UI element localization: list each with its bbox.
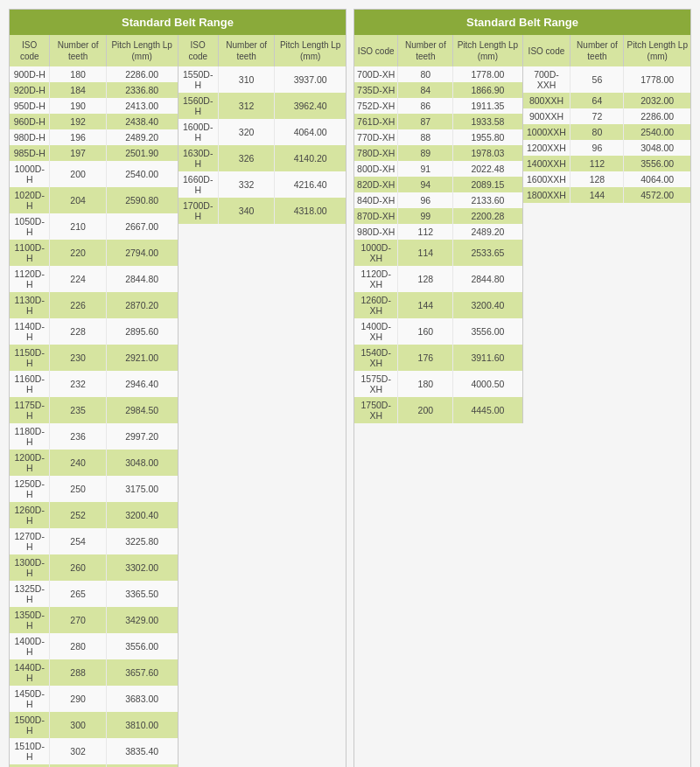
page-wrapper: Standard Belt Range ISO code Number of t…: [9, 9, 691, 767]
teeth-cell: 230: [50, 345, 106, 371]
iso-cell: 1120D-XH: [354, 266, 398, 292]
pitch-cell: 3048.00: [624, 140, 690, 156]
table-row: 1200D-H2403048.00: [10, 450, 178, 476]
teeth-cell: 226: [50, 292, 106, 318]
iso-cell: 1200D-H: [10, 450, 50, 476]
iso-cell: 870D-XH: [354, 208, 398, 224]
table-row: 1000D-XH1142533.65: [354, 240, 522, 266]
pitch-cell: 2336.80: [106, 82, 177, 98]
teeth-cell: 204: [50, 187, 106, 213]
teeth-cell: 228: [50, 318, 106, 345]
teeth-cell: 260: [50, 554, 106, 581]
pitch-cell: 4572.00: [624, 187, 690, 203]
teeth-cell: 196: [50, 129, 106, 145]
table-row: 1510D-H3023835.40: [10, 738, 178, 764]
iso-cell: 1150D-H: [10, 345, 50, 371]
iso-cell: 1020D-H: [10, 187, 50, 213]
iso-cell: 920D-H: [10, 82, 50, 98]
pitch-cell: 2870.20: [106, 292, 177, 318]
table-row: 1550D-H3103937.00: [178, 66, 346, 93]
right-col-header-row1: ISO code Number of teeth Pitch Length Lp…: [354, 35, 522, 66]
left-col1-container: ISO code Number of teeth Pitch Length Lp…: [10, 35, 178, 767]
iso-cell: 700D-XXH: [523, 66, 570, 93]
table-row: 960D-H1922438.40: [10, 114, 178, 129]
pitch-cell: 2489.20: [106, 129, 177, 145]
iso-cell: 800XXH: [523, 93, 570, 108]
teeth-cell: 210: [50, 213, 106, 240]
iso-cell: 1140D-H: [10, 318, 50, 345]
pitch-cell: 2489.20: [453, 224, 522, 240]
teeth-cell: 254: [50, 528, 106, 554]
teeth-cell: 184: [50, 82, 106, 98]
iso-cell: 1630D-H: [178, 145, 219, 171]
table-row: 900D-H1802286.00: [10, 66, 178, 82]
teeth-cell: 180: [398, 371, 453, 397]
teeth-cell: 64: [570, 93, 624, 108]
table-row: 1250D-H2503175.00: [10, 476, 178, 502]
teeth-cell: 300: [50, 712, 106, 738]
iso-cell: 985D-H: [10, 145, 50, 161]
pitch-cell: 3683.00: [106, 686, 177, 712]
teeth-cell: 236: [50, 423, 106, 450]
iso-cell: 1130D-H: [10, 292, 50, 318]
iso-col-header: ISO code: [10, 35, 50, 66]
table-row: 1160D-H2322946.40: [10, 371, 178, 397]
table-row: 1500D-H3003810.00: [10, 712, 178, 738]
left-col2-table: ISO code Number of teeth Pitch Length Lp…: [178, 35, 346, 224]
teeth-cell: 87: [398, 114, 453, 129]
r2-iso-col-header: ISO code: [523, 35, 570, 66]
table-row: 1600D-H3204064.00: [178, 119, 346, 145]
table-row: 800D-XH912022.48: [354, 161, 522, 177]
r-iso-col-header: ISO code: [354, 35, 398, 66]
table-row: 1560D-H3123962.40: [178, 93, 346, 119]
table-row: 752D-XH861911.35: [354, 98, 522, 114]
table-row: 1600XXH1284064.00: [523, 171, 691, 187]
table-row: 761D-XH871933.58: [354, 114, 522, 129]
teeth-cell: 302: [50, 738, 106, 764]
table-row: 1180D-H2362997.20: [10, 423, 178, 450]
table-row: 700D-XXH561778.00: [523, 66, 691, 93]
iso-cell: 820D-XH: [354, 177, 398, 192]
teeth-cell: 320: [218, 119, 274, 145]
table-row: 1000D-H2002540.00: [10, 161, 178, 187]
iso-cell: 735D-XH: [354, 82, 398, 98]
table-row: 1175D-H2352984.50: [10, 397, 178, 423]
table-row: 980D-XH1122489.20: [354, 224, 522, 240]
teeth-cell: 235: [50, 397, 106, 423]
pitch-cell: 3429.00: [106, 607, 177, 633]
table-row: 1800XXH1444572.00: [523, 187, 691, 203]
pitch-cell: 2590.80: [106, 187, 177, 213]
iso-cell: 1575D-XH: [354, 371, 398, 397]
pitch-cell: 2200.28: [453, 208, 522, 224]
table-row: 1540D-XH1763911.60: [354, 345, 522, 371]
iso-cell: 960D-H: [10, 114, 50, 129]
pitch-cell: 1955.80: [453, 129, 522, 145]
table-row: 770D-XH881955.80: [354, 129, 522, 145]
table-row: 950D-H1902413.00: [10, 98, 178, 114]
iso-cell: 1000D-XH: [354, 240, 398, 266]
table-row: 1575D-XH1804000.50: [354, 371, 522, 397]
table-row: 1325D-H2653365.50: [10, 581, 178, 607]
table-row: 1630D-H3264140.20: [178, 145, 346, 171]
iso-cell: 761D-XH: [354, 114, 398, 129]
iso-cell: 1200XXH: [523, 140, 570, 156]
pitch-cell: 2921.00: [106, 345, 177, 371]
col-header-row2: ISO code Number of teeth Pitch Length Lp…: [178, 35, 346, 66]
table-row: 1260D-XH1443200.40: [354, 292, 522, 318]
teeth-cell: 99: [398, 208, 453, 224]
pitch-cell: 3962.40: [275, 93, 346, 119]
table-row: 920D-H1842336.80: [10, 82, 178, 98]
iso-cell: 1600D-H: [178, 119, 219, 145]
table-row: 1400D-H2803556.00: [10, 633, 178, 659]
right-col2-table: ISO code Number of teeth Pitch Length Lp…: [523, 35, 691, 203]
pitch-cell: 1778.00: [453, 66, 522, 82]
pitch-cell: 2438.40: [106, 114, 177, 129]
teeth-cell: 326: [218, 145, 274, 171]
right-col-header-row2: ISO code Number of teeth Pitch Length Lp…: [523, 35, 691, 66]
teeth-cell: 94: [398, 177, 453, 192]
table-row: 1300D-H2603302.00: [10, 554, 178, 581]
iso-cell: 1660D-H: [178, 171, 219, 198]
iso-cell: 1540D-XH: [354, 345, 398, 371]
pitch-cell: 3200.40: [106, 502, 177, 528]
teeth-cell: 80: [570, 124, 624, 140]
